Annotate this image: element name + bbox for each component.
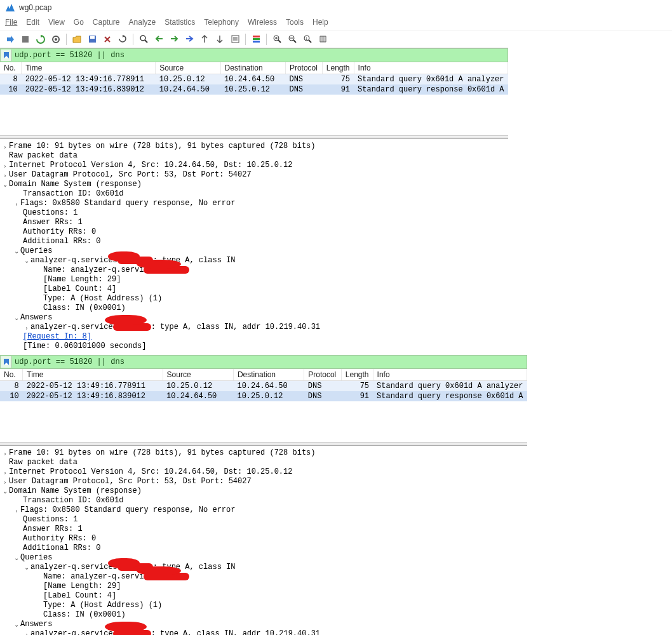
request-in-link[interactable]: [Request In: 8] [23, 332, 91, 342]
expand-icon[interactable]: › [13, 199, 20, 208]
col-info[interactable]: Info [354, 62, 507, 74]
questions-line[interactable]: Questions: 1 [23, 515, 77, 525]
close-file-icon[interactable] [101, 33, 114, 46]
dns-line[interactable]: Domain Name System (response) [9, 180, 142, 189]
expand-icon[interactable]: › [23, 323, 30, 332]
query-name[interactable]: Name: analyzer-q.servi [43, 265, 189, 275]
txid-line[interactable]: Transaction ID: 0x601d [23, 496, 123, 505]
collapse-icon[interactable]: ⌄ [13, 553, 20, 563]
col-time[interactable]: Time [23, 369, 163, 381]
col-length[interactable]: Length [322, 62, 354, 74]
collapse-icon[interactable]: ⌄ [13, 313, 20, 323]
answer-entry[interactable]: analyzer-q.service: type A, class IN, ad… [30, 323, 320, 332]
answer-rrs-line[interactable]: Answer RRs: 1 [23, 218, 83, 227]
label-count-line[interactable]: [Label Count: 4] [43, 284, 116, 294]
collapse-icon[interactable]: ⌄ [13, 246, 20, 256]
filter-bookmark-icon[interactable] [1, 50, 12, 61]
expand-icon[interactable]: › [13, 505, 20, 515]
menu-tools[interactable]: Tools [286, 18, 304, 27]
expand-icon[interactable]: › [1, 161, 9, 170]
auth-rrs-line[interactable]: Authority RRs: 0 [23, 534, 96, 544]
restart-capture-icon[interactable] [34, 33, 47, 46]
col-length[interactable]: Length [341, 369, 373, 381]
menu-file[interactable]: File [5, 18, 17, 27]
auto-scroll-icon[interactable] [229, 33, 241, 46]
udp-line[interactable]: User Datagram Protocol, Src Port: 53, Ds… [9, 170, 252, 180]
name-length-line[interactable]: [Name Length: 29] [43, 582, 121, 591]
col-no[interactable]: No. [0, 62, 22, 74]
display-filter-bar[interactable] [0, 355, 527, 369]
display-filter-bar[interactable] [0, 48, 508, 62]
query-name[interactable]: Name: analyzer-q.servi [43, 572, 189, 582]
menu-help[interactable]: Help [312, 18, 328, 27]
go-forward-icon[interactable] [168, 33, 180, 46]
col-protocol[interactable]: Protocol [304, 369, 342, 381]
answers-line[interactable]: Answers [20, 313, 52, 323]
save-file-icon[interactable] [86, 33, 98, 46]
frame-line[interactable]: Frame 10: 91 bytes on wire (728 bits), 9… [9, 142, 315, 151]
menu-edit[interactable]: Edit [26, 18, 39, 27]
display-filter-input[interactable] [12, 51, 507, 60]
queries-line[interactable]: Queries [20, 246, 52, 256]
txid-line[interactable]: Transaction ID: 0x601d [23, 189, 123, 199]
name-length-line[interactable]: [Name Length: 29] [43, 275, 121, 284]
packet-list[interactable]: No. Time Source Destination Protocol Len… [0, 62, 508, 95]
dns-line[interactable]: Domain Name System (response) [9, 486, 142, 496]
menu-view[interactable]: View [48, 18, 65, 27]
auth-rrs-line[interactable]: Authority RRs: 0 [23, 227, 96, 237]
expand-icon[interactable]: › [1, 477, 9, 486]
flags-line[interactable]: Flags: 0x8580 Standard query response, N… [20, 199, 235, 208]
expand-icon[interactable]: › [1, 467, 9, 477]
options-icon[interactable] [50, 33, 62, 46]
menu-wireless[interactable]: Wireless [248, 18, 277, 27]
zoom-out-icon[interactable] [286, 33, 299, 46]
addl-rrs-line[interactable]: Additional RRs: 0 [23, 237, 100, 246]
packet-row-selected[interactable]: 10 2022-05-12 13:49:16.839012 10.24.64.5… [0, 84, 508, 95]
col-time[interactable]: Time [22, 62, 156, 74]
col-protocol[interactable]: Protocol [285, 62, 322, 74]
queries-line[interactable]: Queries [20, 553, 52, 563]
packet-row[interactable]: 8 2022-05-12 13:49:16.778911 10.25.0.12 … [0, 74, 508, 85]
zoom-reset-icon[interactable]: 1 [301, 33, 314, 46]
collapse-icon[interactable]: ⌄ [13, 620, 20, 629]
col-destination[interactable]: Destination [220, 62, 285, 74]
menu-statistics[interactable]: Statistics [165, 18, 195, 27]
go-last-icon[interactable] [213, 33, 226, 46]
expand-icon[interactable]: › [1, 142, 9, 151]
col-source[interactable]: Source [163, 369, 233, 381]
menu-analyze[interactable]: Analyze [129, 18, 156, 27]
expand-icon[interactable]: › [1, 448, 9, 458]
expand-icon[interactable]: › [23, 629, 30, 635]
packet-details-pane[interactable]: ›Frame 10: 91 bytes on wire (728 bits), … [0, 446, 527, 635]
start-capture-icon[interactable] [4, 33, 17, 46]
answers-line[interactable]: Answers [20, 620, 52, 629]
collapse-icon[interactable]: ⌄ [1, 486, 9, 496]
answer-entry[interactable]: analyzer-q.service: type A, class IN, ad… [30, 629, 320, 635]
filter-bookmark-icon[interactable] [1, 356, 12, 368]
packet-row[interactable]: 8 2022-05-12 13:49:16.778911 10.25.0.12 … [0, 381, 527, 392]
stop-capture-icon[interactable] [19, 33, 32, 46]
expand-icon[interactable]: › [1, 170, 9, 180]
menu-go[interactable]: Go [74, 18, 84, 27]
go-to-packet-icon[interactable] [183, 33, 196, 46]
answer-rrs-line[interactable]: Answer RRs: 1 [23, 525, 83, 534]
ip-line[interactable]: Internet Protocol Version 4, Src: 10.24.… [9, 161, 292, 170]
menu-telephony[interactable]: Telephony [204, 18, 239, 27]
packet-row-selected[interactable]: 10 2022-05-12 13:49:16.839012 10.24.64.5… [0, 391, 527, 401]
display-filter-input[interactable] [12, 358, 527, 366]
udp-line[interactable]: User Datagram Protocol, Src Port: 53, Ds… [9, 477, 252, 486]
resize-columns-icon[interactable] [316, 33, 329, 46]
query-type-line[interactable]: Type: A (Host Address) (1) [43, 601, 162, 610]
collapse-icon[interactable]: ⌄ [23, 256, 30, 265]
raw-line[interactable]: Raw packet data [9, 458, 77, 467]
menubar[interactable]: File Edit View Go Capture Analyze Statis… [0, 15, 672, 30]
reload-icon[interactable] [116, 33, 129, 46]
time-delta-line[interactable]: [Time: 0.060101000 seconds] [23, 342, 146, 351]
label-count-line[interactable]: [Label Count: 4] [43, 591, 116, 601]
flags-line[interactable]: Flags: 0x8580 Standard query response, N… [20, 505, 235, 515]
collapse-icon[interactable]: ⌄ [1, 180, 9, 189]
query-class-line[interactable]: Class: IN (0x0001) [43, 304, 126, 313]
col-info[interactable]: Info [373, 369, 527, 381]
packet-list-header[interactable]: No. Time Source Destination Protocol Len… [0, 62, 508, 74]
query-class-line[interactable]: Class: IN (0x0001) [43, 610, 126, 620]
